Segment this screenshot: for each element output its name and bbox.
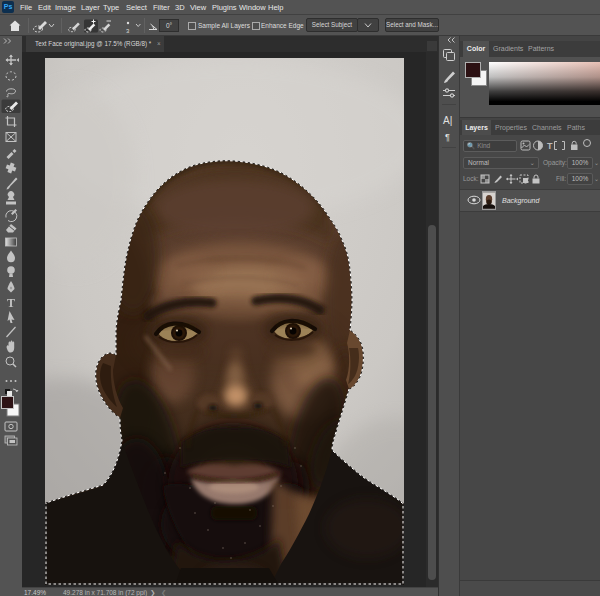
svg-text:T: T xyxy=(547,141,553,151)
svg-text:3: 3 xyxy=(126,28,130,34)
svg-text:¶: ¶ xyxy=(445,132,450,142)
svg-text:T: T xyxy=(7,296,15,310)
svg-text:A|: A| xyxy=(443,115,452,126)
